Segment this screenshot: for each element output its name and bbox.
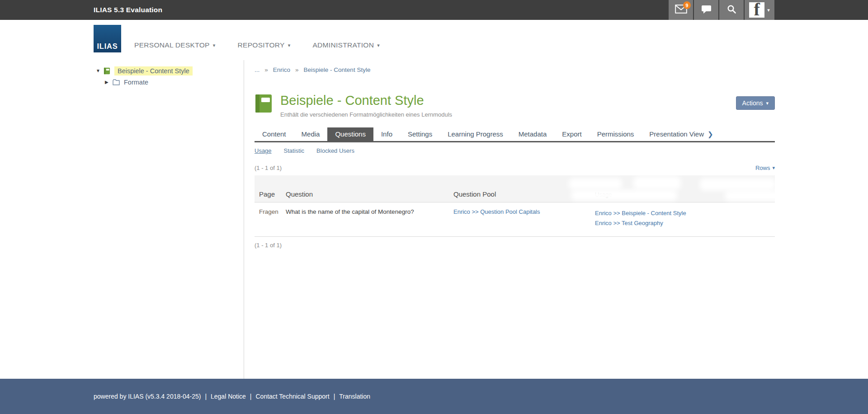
chat-icon bbox=[701, 5, 712, 16]
learning-module-icon bbox=[104, 67, 110, 75]
tab-label: Permissions bbox=[597, 127, 634, 141]
legal-notice-link[interactable]: Legal Notice bbox=[211, 393, 246, 400]
tree-item-label[interactable]: Beispiele - Content Style bbox=[114, 66, 193, 75]
breadcrumb-ellipsis[interactable]: ... bbox=[255, 66, 259, 73]
tab-presentation-view[interactable]: Presentation View ❯ bbox=[642, 127, 721, 141]
table-toolbar: (1 - 1 of 1) Rows ▾ bbox=[255, 165, 775, 171]
installation-title: ILIAS 5.3 Evaluation bbox=[94, 6, 162, 14]
tab-content[interactable]: Content bbox=[255, 127, 294, 141]
mail-button[interactable]: 9 bbox=[669, 0, 693, 20]
redaction-blur bbox=[725, 190, 793, 201]
cell-page: Fragen bbox=[259, 208, 286, 215]
redaction-blur bbox=[571, 190, 677, 201]
chevron-right-icon: ❯ bbox=[708, 127, 713, 141]
tab-learning-progress[interactable]: Learning Progress bbox=[440, 127, 511, 141]
chevron-down-icon: ▾ bbox=[213, 43, 216, 48]
tab-settings[interactable]: Settings bbox=[400, 127, 440, 141]
footer-separator: | bbox=[250, 393, 252, 400]
pagination-info-bottom: (1 - 1 of 1) bbox=[255, 242, 775, 249]
redaction-blur bbox=[569, 178, 622, 190]
cell-usage: Enrico >> Beispiele - Content Style Enri… bbox=[595, 208, 775, 228]
subtab-statistic[interactable]: Statistic bbox=[284, 147, 305, 154]
column-header-question: Question bbox=[286, 190, 453, 198]
tab-label: Learning Progress bbox=[448, 127, 503, 141]
search-button[interactable] bbox=[719, 0, 744, 20]
menu-personal-desktop[interactable]: PERSONAL DESKTOP ▾ bbox=[134, 41, 216, 49]
search-icon bbox=[727, 5, 736, 16]
object-header: Beispiele - Content Style Enthält die ve… bbox=[255, 94, 775, 118]
rows-dropdown[interactable]: Rows ▾ bbox=[755, 165, 775, 171]
actions-label: Actions bbox=[742, 99, 763, 107]
breadcrumb-enrico[interactable]: Enrico bbox=[273, 66, 290, 73]
footer-separator: | bbox=[205, 393, 207, 400]
breadcrumb-separator: » bbox=[264, 66, 268, 73]
object-title-block: Beispiele - Content Style Enthält die ve… bbox=[280, 94, 452, 118]
chevron-down-icon: ▾ bbox=[377, 43, 380, 48]
questions-usage-table: Page Question Question Pool Usage Fragen… bbox=[255, 175, 775, 249]
tab-label: Info bbox=[381, 127, 392, 141]
column-header-page: Page bbox=[259, 190, 286, 198]
subtab-usage[interactable]: Usage bbox=[255, 147, 272, 154]
chevron-down-icon: ▾ bbox=[767, 8, 770, 13]
breadcrumb-separator: » bbox=[295, 66, 299, 73]
tree-collapse-toggle[interactable]: ▶ bbox=[105, 80, 113, 85]
tab-info[interactable]: Info bbox=[373, 127, 400, 141]
tab-label: Questions bbox=[335, 127, 366, 141]
tab-export[interactable]: Export bbox=[554, 127, 589, 141]
usage-link-test-geography[interactable]: Enrico >> Test Geography bbox=[595, 220, 663, 226]
menu-label: ADMINISTRATION bbox=[312, 41, 374, 49]
learning-module-icon-large bbox=[255, 94, 273, 115]
usage-link-content-style[interactable]: Enrico >> Beispiele - Content Style bbox=[595, 210, 686, 216]
tree-item-label[interactable]: Formate bbox=[124, 79, 148, 86]
tab-media[interactable]: Media bbox=[294, 127, 328, 141]
table-row: Fragen What is the name of the capital o… bbox=[255, 202, 775, 237]
repository-tree: ▼ Beispiele - Content Style ▶ Formate bbox=[0, 60, 244, 379]
mail-count-badge: 9 bbox=[683, 1, 691, 9]
chevron-down-icon: ▾ bbox=[288, 43, 291, 48]
menu-repository[interactable]: REPOSITORY ▾ bbox=[238, 41, 291, 49]
tab-label: Settings bbox=[408, 127, 432, 141]
main-content: ... » Enrico » Beispiele - Content Style… bbox=[244, 60, 868, 379]
tab-label: Presentation View bbox=[649, 127, 704, 141]
footer: powered by ILIAS (v5.3.4 2018-04-25) | L… bbox=[0, 379, 868, 414]
tab-questions[interactable]: Questions bbox=[327, 127, 373, 141]
tree-item-formate: ▶ Formate bbox=[96, 76, 244, 88]
chevron-down-icon: ▾ bbox=[766, 101, 769, 106]
subtab-blocked-users[interactable]: Blocked Users bbox=[316, 147, 354, 154]
menu-administration[interactable]: ADMINISTRATION ▾ bbox=[312, 41, 380, 49]
redaction-blur bbox=[700, 178, 776, 191]
tree-item-content-style: ▼ Beispiele - Content Style bbox=[96, 65, 244, 76]
page-title: Beispiele - Content Style bbox=[280, 94, 452, 108]
main-menu: PERSONAL DESKTOP ▾ REPOSITORY ▾ ADMINIST… bbox=[134, 41, 380, 49]
folder-icon bbox=[113, 79, 120, 85]
tab-permissions[interactable]: Permissions bbox=[590, 127, 642, 141]
chevron-down-icon: ▾ bbox=[772, 165, 775, 170]
tab-label: Metadata bbox=[519, 127, 547, 141]
actions-button[interactable]: Actions ▾ bbox=[736, 96, 775, 110]
tree-expand-toggle[interactable]: ▼ bbox=[96, 68, 104, 73]
tab-label: Media bbox=[302, 127, 320, 141]
footer-separator: | bbox=[334, 393, 335, 400]
contact-support-link[interactable]: Contact Technical Support bbox=[255, 393, 329, 400]
avatar-letter: f bbox=[754, 2, 760, 18]
cell-question: What is the name of the capital of Monte… bbox=[286, 208, 453, 215]
ilias-logo[interactable]: ILIAS bbox=[94, 25, 121, 52]
page-body: ▼ Beispiele - Content Style ▶ Formate ..… bbox=[0, 60, 868, 379]
tab-label: Content bbox=[262, 127, 286, 141]
main-navbar: ILIAS PERSONAL DESKTOP ▾ REPOSITORY ▾ AD… bbox=[0, 20, 868, 60]
menu-label: REPOSITORY bbox=[238, 41, 285, 49]
menu-label: PERSONAL DESKTOP bbox=[134, 41, 210, 49]
user-menu-button[interactable]: f ▾ bbox=[745, 0, 774, 20]
question-pool-link[interactable]: Enrico >> Question Pool Capitals bbox=[453, 208, 540, 215]
subtab-bar: Usage Statistic Blocked Users bbox=[255, 147, 775, 154]
translation-link[interactable]: Translation bbox=[339, 393, 370, 400]
topbar-icon-group: 9 f ▾ bbox=[668, 0, 774, 20]
pagination-info: (1 - 1 of 1) bbox=[255, 165, 282, 171]
tab-bar: Content Media Questions Info Settings Le… bbox=[255, 127, 775, 142]
breadcrumb-current[interactable]: Beispiele - Content Style bbox=[304, 66, 371, 73]
table-header: Page Question Question Pool Usage bbox=[255, 175, 775, 202]
avatar: f bbox=[749, 2, 764, 18]
chat-button[interactable] bbox=[694, 0, 718, 20]
tab-metadata[interactable]: Metadata bbox=[511, 127, 555, 141]
rows-label: Rows bbox=[755, 165, 770, 171]
